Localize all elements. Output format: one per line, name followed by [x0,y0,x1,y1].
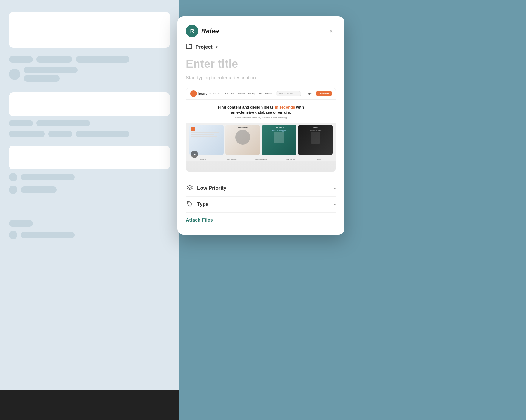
bg-pill [24,67,78,73]
hound-card-northface: TASKNORTH Here's to grilling (and [262,125,296,155]
priority-field[interactable]: Low Priority ▾ [186,180,336,196]
bg-pill [9,56,33,63]
project-chevron-icon: ▾ [216,45,218,49]
bg-pill [36,120,90,126]
create-task-modal: R Ralee × Project ▾ Enter title Start ty… [177,16,344,235]
bg-card-3 [9,146,170,169]
layers-icon [186,185,194,192]
hound-card-taskrabbit: OkOk Welcome to briefly [298,125,333,155]
bg-avatar-sm [9,231,17,239]
logo-icon: R [186,25,198,37]
bg-pill [21,186,57,193]
close-button[interactable]: × [327,26,336,36]
hound-card-harvest [189,125,224,155]
priority-chevron-icon: ▾ [334,186,336,191]
bg-pill [9,131,45,137]
bg-card-2 [9,92,170,116]
bg-pill [76,131,129,137]
background-app [0,0,179,420]
bg-avatar-sm [9,173,17,181]
hound-name: hound [198,92,208,95]
hound-hero: Find content and design ideas in seconds… [186,100,336,123]
tag-icon [186,201,194,208]
hound-site-header: hound by Email Era... Discover Brands Pr… [186,88,336,100]
attach-files-section[interactable]: Attach Files [186,212,336,223]
bg-pill [36,56,72,63]
preview-content: hound by Email Era... Discover Brands Pr… [186,88,336,172]
project-selector[interactable]: Project ▾ [186,43,336,51]
bg-pill [24,75,60,82]
bg-card-1 [9,12,170,48]
folder-icon [186,43,192,51]
app-name: Ralee [201,27,219,35]
hound-search: Search emails [276,91,301,96]
attach-files-label[interactable]: Attach Files [186,217,213,223]
bg-avatar-sm [9,186,17,194]
type-label: Type [197,201,330,207]
bg-avatar [9,69,20,80]
hound-brand-labels: Harvest Customer.io The North Face Task … [186,157,336,161]
hound-login: Log In [306,92,312,95]
project-label: Project [195,44,213,50]
bg-pill [9,120,33,126]
bg-pill [48,131,72,137]
svg-point-0 [191,92,196,96]
svg-point-1 [188,202,189,203]
hound-join: Join now [316,91,332,96]
app-logo: R Ralee [186,25,219,37]
title-input[interactable]: Enter title [186,58,336,70]
hound-logo: hound by Email Era... [190,90,221,97]
hound-logo-icon [190,90,197,97]
hound-nav: Discover Brands Pricing Resources ▾ [225,92,272,95]
priority-label: Low Priority [197,185,330,191]
hound-cards: customer.io TASKNORTH Here's to grilling… [186,123,336,157]
bg-pill [76,56,129,63]
bottom-bar [0,390,179,420]
bg-pill [21,232,75,238]
description-input[interactable]: Start typing to enter a description [186,75,336,81]
type-chevron-icon: ▾ [334,202,336,207]
modal-body: Project ▾ Enter title Start typing to en… [177,43,344,223]
modal-header: R Ralee × [177,16,344,43]
bg-pill [21,174,75,180]
play-button[interactable]: ▶ [191,151,198,158]
type-field[interactable]: Type ▾ [186,196,336,212]
bg-pill [9,220,33,227]
hound-card-customer: customer.io [225,125,260,155]
attachment-preview: hound by Email Era... Discover Brands Pr… [186,88,336,172]
